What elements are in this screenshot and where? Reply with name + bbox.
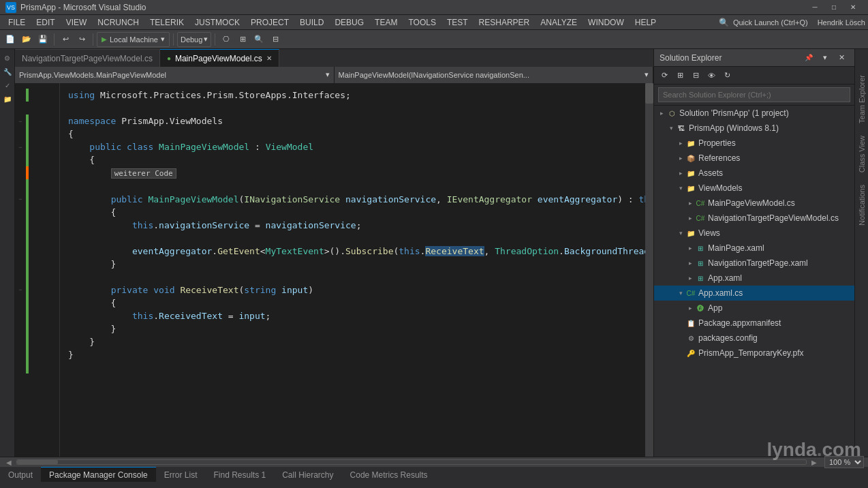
close-button[interactable]: ✕ — [843, 0, 863, 15]
member-dropdown[interactable]: MainPageViewModel(INavigationService nav… — [335, 67, 654, 83]
scrollbar-thumb[interactable] — [17, 460, 58, 464]
se-dropdown-button[interactable]: ▾ — [818, 50, 833, 65]
se-show-all-button[interactable]: 👁 — [704, 68, 719, 83]
run-button[interactable]: ▶ Local Machine ▾ — [97, 32, 170, 47]
tree-app-child[interactable]: ▸ 🅐 App — [654, 301, 854, 316]
tree-expand-navtargetvm[interactable]: ▸ — [685, 215, 695, 222]
menu-project[interactable]: PROJECT — [245, 16, 294, 29]
code-editor[interactable]: − − − − — [15, 83, 653, 457]
scroll-left-btn[interactable]: ◀ — [1, 459, 16, 466]
tree-navtargetvm[interactable]: ▸ C# NavigationTargetPageViewModel.cs — [654, 211, 854, 226]
debug-dropdown[interactable]: Debug ▾ — [177, 32, 211, 47]
sidebar-test[interactable]: ✓ — [1, 79, 14, 91]
fold-ctor[interactable]: − — [18, 196, 22, 202]
sidebar-solution[interactable]: 📁 — [1, 93, 14, 105]
tree-manifest[interactable]: 📋 Package.appxmanifest — [654, 316, 854, 331]
tree-navtargetpage[interactable]: ▸ ⊞ NavigationTargetPage.xaml — [654, 256, 854, 271]
tree-expand-navtargetpage[interactable]: ▸ — [685, 260, 695, 266]
se-collapse-button[interactable]: ⊟ — [688, 68, 703, 83]
code-content[interactable]: using Microsoft.Practices.Prism.StoreApp… — [60, 83, 645, 457]
menu-analyze[interactable]: ANALYZE — [535, 16, 583, 29]
scroll-right-btn[interactable]: ▶ — [807, 459, 822, 466]
tab-main-page[interactable]: ● MainPageViewModel.cs ✕ — [160, 49, 279, 67]
menu-test[interactable]: TEST — [441, 16, 474, 29]
tree-views[interactable]: ▾ 📁 Views — [654, 226, 854, 241]
tree-expand-appxamlcs[interactable]: ▾ — [676, 290, 685, 296]
se-sync-button[interactable]: ⟳ — [657, 68, 672, 83]
minimize-button[interactable]: ─ — [805, 0, 824, 15]
toolbar-save[interactable]: 💾 — [35, 32, 50, 47]
se-refresh-button[interactable]: ↻ — [719, 68, 734, 83]
bottom-tab-code-metrics[interactable]: Code Metrics Results — [342, 467, 436, 482]
maximize-button[interactable]: □ — [824, 0, 843, 15]
menu-file[interactable]: FILE — [3, 16, 31, 29]
tree-expand-views[interactable]: ▾ — [676, 230, 685, 237]
toolbar-btn2[interactable]: ⊞ — [235, 32, 250, 47]
fold-method[interactable]: − — [18, 286, 22, 293]
editor-vscrollbar[interactable] — [645, 83, 653, 457]
tree-expand-mainpageviewmodel[interactable]: ▸ — [685, 200, 695, 207]
menu-resharper[interactable]: RESHARPER — [474, 16, 536, 29]
se-search-input[interactable] — [658, 87, 850, 102]
toolbar-btn1[interactable]: ⎔ — [219, 32, 234, 47]
fold-class[interactable]: − — [18, 144, 22, 151]
se-pin-button[interactable]: 📌 — [801, 50, 816, 65]
toolbar-new[interactable]: 📄 — [3, 32, 18, 47]
tree-expand-mainpage[interactable]: ▸ — [685, 245, 695, 251]
menu-help[interactable]: HELP — [630, 16, 662, 29]
vtab-team-explorer[interactable]: Team Explorer — [856, 70, 868, 129]
tab-close-icon[interactable]: ✕ — [266, 55, 272, 62]
tree-appxamlcs[interactable]: ▾ C# App.xaml.cs — [654, 286, 854, 301]
menu-build[interactable]: BUILD — [294, 16, 329, 29]
sidebar-toolbox[interactable]: 🔧 — [1, 65, 14, 78]
bottom-tab-pkg-manager[interactable]: Package Manager Console — [41, 467, 156, 482]
se-close-button[interactable]: ✕ — [834, 50, 849, 65]
toolbar-btn3[interactable]: 🔍 — [251, 32, 266, 47]
horizontal-scrollbar[interactable] — [16, 459, 807, 465]
tree-mainpageviewmodel[interactable]: ▸ C# MainPageViewModel.cs — [654, 196, 854, 211]
tab-navigation-target[interactable]: NavigationTargetPageViewModel.cs — [15, 49, 160, 67]
tree-properties[interactable]: ▸ 📁 Properties — [654, 136, 854, 151]
menu-window[interactable]: WINDOW — [583, 16, 630, 29]
tree-references[interactable]: ▸ 📦 References — [654, 151, 854, 166]
menu-telerik[interactable]: TELERIK — [144, 16, 189, 29]
menu-team[interactable]: TEAM — [369, 16, 403, 29]
menu-justmock[interactable]: JUSTMOCK — [189, 16, 245, 29]
tree-tempkey[interactable]: 🔑 PrismApp_TemporaryKey.pfx — [654, 346, 854, 361]
toolbar-redo[interactable]: ↪ — [74, 32, 89, 47]
tree-expand-solution[interactable]: ▸ — [657, 110, 666, 117]
run-dropdown-arrow[interactable]: ▾ — [161, 35, 165, 44]
sidebar-server-explorer[interactable]: ⚙ — [1, 52, 14, 64]
tree-solution[interactable]: ▸ ⬡ Solution 'PrismApp' (1 project) — [654, 106, 854, 121]
toolbar-open[interactable]: 📂 — [19, 32, 34, 47]
namespace-dropdown[interactable]: PrismApp.ViewModels.MainPageViewModel ▾ — [15, 67, 335, 83]
tree-expand-assets[interactable]: ▸ — [676, 170, 685, 177]
se-new-solution-button[interactable]: ⊞ — [672, 68, 687, 83]
fold-ns[interactable]: − — [18, 118, 22, 125]
tree-expand-app-child[interactable]: ▸ — [685, 305, 695, 311]
menu-ncrunch[interactable]: NCRUNCH — [92, 16, 144, 29]
menu-view[interactable]: VIEW — [61, 16, 93, 29]
vtab-class-view[interactable]: Class View — [856, 130, 868, 178]
vtab-notifications[interactable]: Notifications — [856, 179, 868, 231]
tree-expand-appxaml[interactable]: ▸ — [685, 275, 695, 281]
tree-assets[interactable]: ▸ 📁 Assets — [654, 166, 854, 181]
bottom-tab-find-results[interactable]: Find Results 1 — [205, 467, 274, 482]
window-controls[interactable]: ─ □ ✕ — [805, 0, 863, 15]
bottom-tab-error-list[interactable]: Error List — [156, 467, 206, 482]
bottom-tab-call-hierarchy[interactable]: Call Hierarchy — [274, 467, 341, 482]
bottom-tab-output[interactable]: Output — [0, 467, 41, 482]
tree-expand-references[interactable]: ▸ — [676, 155, 685, 162]
tree-pkgconfig[interactable]: ⚙ packages.config — [654, 331, 854, 346]
toolbar-undo[interactable]: ↩ — [58, 32, 73, 47]
menu-tools[interactable]: TOOLS — [403, 16, 441, 29]
menu-edit[interactable]: EDIT — [31, 16, 60, 29]
tree-expand-viewmodels[interactable]: ▾ — [676, 185, 685, 192]
tree-expand-project[interactable]: ▾ — [666, 125, 676, 132]
zoom-select[interactable]: 100 % 75 % 125 % 150 % — [824, 456, 864, 468]
tree-project[interactable]: ▾ 🏗 PrismApp (Windows 8.1) — [654, 121, 854, 136]
menu-debug[interactable]: DEBUG — [329, 16, 369, 29]
quick-launch-box[interactable]: Quick Launch (Ctrl+Q) — [733, 18, 808, 27]
tree-mainpage[interactable]: ▸ ⊞ MainPage.xaml — [654, 241, 854, 256]
tree-expand-properties[interactable]: ▸ — [676, 140, 685, 147]
